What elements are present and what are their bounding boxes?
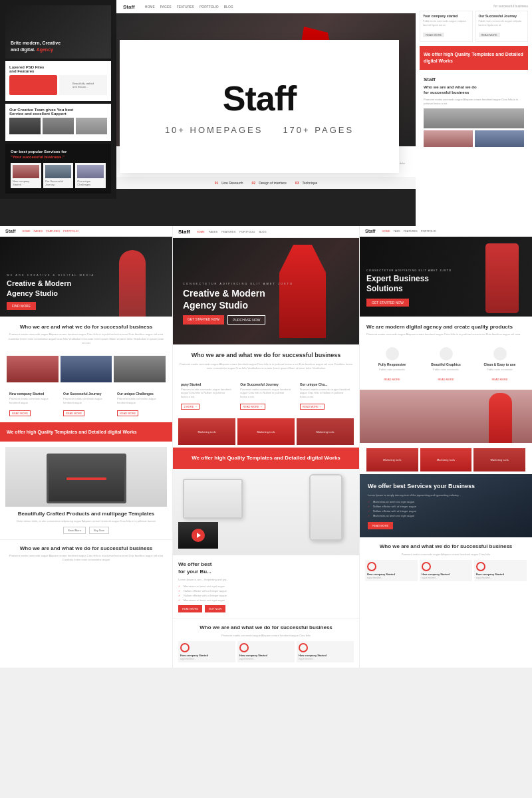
mc-nav-portfolio: PORTFOLIO bbox=[239, 230, 255, 233]
mc-purchase-btn[interactable]: PURCHASE NOW bbox=[227, 315, 265, 325]
mr-feature-icon-3 bbox=[493, 347, 507, 360]
mc-tablet bbox=[183, 479, 243, 519]
nav-link-pages: PAGES bbox=[160, 5, 172, 9]
mini-card-img-2 bbox=[45, 165, 72, 178]
mc-card-2-btn[interactable]: READ MORE → bbox=[240, 404, 265, 410]
mid-left-card-3: Our unique Challenges Praesent mattis co… bbox=[114, 389, 166, 419]
right-top-text: for successful business bbox=[420, 4, 528, 8]
mc-red-banner: We offer high Quality Templates and Deta… bbox=[173, 448, 359, 468]
mr-feature-1: Fully Responsive Fable mots commodo READ… bbox=[366, 347, 418, 383]
mid-left-card-2-title: Our Successful Journey bbox=[63, 392, 109, 396]
mc-tool-1-label: Marketing tools bbox=[198, 430, 215, 434]
right-staff-logo: Staff bbox=[424, 76, 524, 82]
mid-right-nav-links: HOME TABS FEATURES PORTFOLIO bbox=[382, 229, 436, 233]
mc-phone bbox=[309, 474, 342, 541]
mc-mini-icon-1 bbox=[180, 643, 190, 652]
left-services-section: Our best popular Services for"Your succe… bbox=[5, 144, 111, 194]
mini-card-text-3: Our uniqueChallenges bbox=[77, 180, 104, 186]
mr-hero-text: CONSECTETUR ADIPISCING ELIT AMET JUSTO E… bbox=[366, 269, 452, 307]
hero-subtitle: 10+ HOMEPAGES 170+ PAGES bbox=[165, 125, 354, 135]
mr-hero-heading: Expert Business Solutions bbox=[366, 274, 446, 295]
mc-card-1-btn[interactable]: 1 MORE → bbox=[181, 404, 200, 410]
hero-title: Staff bbox=[223, 78, 297, 118]
mid-left-nav: Staff HOME PAGES FEATURES PORTFOLIO bbox=[0, 226, 172, 237]
mr-bottom-title: Who we are and what we do for successful… bbox=[365, 543, 527, 550]
mid-left-read-btn[interactable]: Read More bbox=[63, 527, 86, 534]
left-team-section: Our Creative Team gives You bestService … bbox=[5, 104, 111, 141]
mini-card-text-2: Our SuccessfulJourney bbox=[45, 180, 72, 186]
mc-card-3: Our unique Cha... Praesent mattis commod… bbox=[297, 380, 354, 414]
mr-feature-text-1: Fable mots commodo bbox=[366, 368, 418, 371]
right-card-company-btn[interactable]: READ MORE bbox=[423, 33, 444, 37]
mc-who-title: Who we are and what we do for successful… bbox=[180, 351, 352, 360]
mc-get-started-btn[interactable]: GET STARTED NOW bbox=[183, 315, 224, 325]
left-team-title: Our Creative Team gives You bestService … bbox=[9, 108, 107, 116]
mr-mini-title-3: How company Started bbox=[476, 573, 525, 576]
right-card-journey: Our Successful Journey Fable mots commod… bbox=[475, 11, 529, 42]
mid-left-hero-text: WE ARE CREATIVE & DIGITAL MEDIA Creative… bbox=[7, 273, 94, 310]
left-mini-card-3: Our uniqueChallenges bbox=[75, 163, 106, 188]
mc-mini-icon-3 bbox=[299, 643, 308, 652]
nav-link-blog: BLOG bbox=[224, 5, 233, 9]
mr-feature-title-1: Fully Responsive bbox=[366, 362, 418, 366]
mr-tool-2: Marketing tools bbox=[420, 448, 472, 471]
preview-left-section: Layered PSD Filesand Features Beautifull… bbox=[5, 61, 111, 101]
mr-agency-section: We are modern digital agency and create … bbox=[360, 317, 532, 343]
mid-right-col: Staff HOME TABS FEATURES PORTFOLIO CONSE… bbox=[359, 226, 532, 668]
mc-hero-text: CONSECTETUR ADIPISCING ELIT AMET JUSTO C… bbox=[183, 282, 293, 325]
mc-mini-title-1: How company Started bbox=[180, 654, 233, 657]
right-card-company: Your company started Fable mots commodo … bbox=[420, 11, 473, 42]
mid-left-card-3-btn[interactable]: READ MORE bbox=[117, 410, 138, 416]
mc-buy-now-btn[interactable]: BUY NOW bbox=[205, 605, 225, 612]
mid-left-card-2-btn[interactable]: READ MORE bbox=[63, 410, 84, 416]
mc-read-more-btn[interactable]: READ MORE bbox=[178, 605, 202, 612]
mc-card-3-title: Our unique Cha... bbox=[300, 382, 351, 386]
mr-offer-title: We offer best Services your Business bbox=[368, 482, 524, 491]
mid-left-card-2-text: Praesent mattis commodo augue hendrerit … bbox=[63, 397, 109, 404]
mid-center-nav: Staff HOME PAGES FEATURES PORTFOLIO BLOG bbox=[173, 226, 359, 238]
mc-card-2: Our Successful Journey Praesent mattis c… bbox=[237, 380, 294, 414]
mini-card-text-1: New companyStarted bbox=[13, 180, 39, 186]
mid-left-hero: WE ARE CREATIVE & DIGITAL MEDIA Creative… bbox=[0, 237, 172, 317]
mc-card-3-btn[interactable]: READ MORE → bbox=[300, 404, 325, 410]
mc-dark-device bbox=[178, 522, 218, 549]
mid-left-card-1-btn[interactable]: READ MORE bbox=[9, 410, 31, 416]
mc-banner-text: We offer high Quality Templates and Deta… bbox=[180, 454, 352, 462]
team-photo-1 bbox=[9, 118, 41, 134]
right-staff-imgs bbox=[424, 108, 524, 147]
mr-feature-title-2: Beautiful Graphics bbox=[420, 362, 471, 366]
mid-center-nav-links: HOME PAGES FEATURES PORTFOLIO BLOG bbox=[197, 230, 267, 233]
right-card-journey-btn[interactable]: READ MORE bbox=[479, 33, 500, 37]
mr-agency-title: We are modern digital agency and create … bbox=[366, 323, 525, 331]
mid-left-who-title: Who we are and what we do for successful… bbox=[7, 323, 166, 331]
right-card-journey-text: Fable mots commodo augue vulputa laoreet… bbox=[479, 19, 525, 27]
right-red-banner: We offer high Quality Templates and Deta… bbox=[420, 46, 528, 70]
mid-left-img-1 bbox=[7, 356, 59, 382]
mc-nav-features: FEATURES bbox=[221, 230, 235, 233]
mid-left-img-2 bbox=[61, 356, 112, 382]
left-section-title: Layered PSD Filesand Features bbox=[9, 65, 107, 73]
mc-tools: Marketing tools Marketing tools Marketin… bbox=[173, 416, 359, 448]
right-staff-body: Praesent mattis commodo augue Aliquam or… bbox=[424, 98, 524, 106]
mr-feature-btn-1[interactable]: READ MORE bbox=[384, 378, 400, 381]
mr-offer-btn[interactable]: READ MORE bbox=[368, 522, 393, 529]
mr-offer-text: Lorem Ipsum is simply dummy text of the … bbox=[368, 493, 524, 497]
mr-feature-btn-3[interactable]: READ MORE bbox=[491, 378, 507, 381]
pages-count: 170+ PAGES bbox=[283, 125, 354, 135]
mid-left-logo: Staff bbox=[5, 229, 16, 233]
nav-link-features: FEATURES bbox=[177, 5, 194, 9]
mc-offer-btns: READ MORE BUY NOW bbox=[178, 605, 354, 612]
mr-feature-text-2: Fable mots commodo bbox=[420, 368, 471, 371]
left-mini-card-1: New companyStarted bbox=[11, 163, 41, 188]
left-mini-card-2: Our SuccessfulJourney bbox=[43, 163, 74, 188]
mc-card-2-title: Our Successful Journey bbox=[240, 382, 291, 386]
mr-hero-btn[interactable]: GET STARTED NOW bbox=[366, 299, 409, 307]
mid-left-hero-btn[interactable]: FIND MORE bbox=[7, 302, 36, 310]
mid-left-laptop-img bbox=[5, 447, 167, 507]
mr-img-person bbox=[489, 393, 512, 443]
mid-left-buy-btn[interactable]: Buy Now bbox=[89, 527, 109, 534]
mr-feature-btn-2[interactable]: READ MORE bbox=[438, 378, 454, 381]
nav-link-home: HOME bbox=[145, 5, 155, 9]
mc-nav-home: HOME bbox=[197, 230, 205, 233]
mr-mini-title-1: How company Started bbox=[367, 573, 416, 576]
